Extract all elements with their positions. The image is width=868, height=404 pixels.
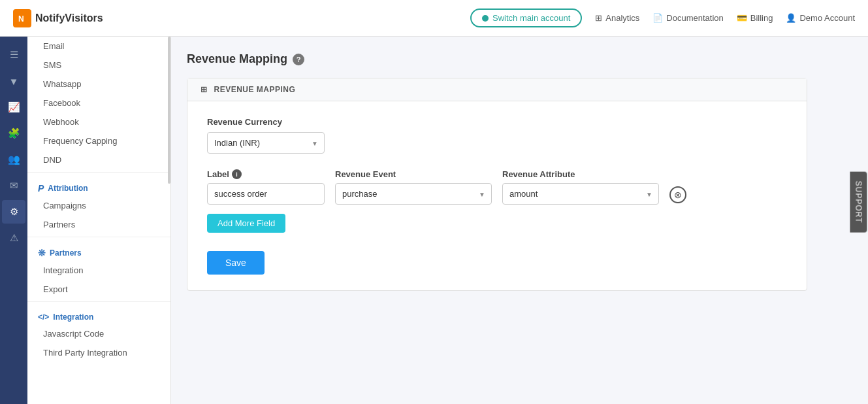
attribution-label: Attribution (48, 184, 88, 193)
sidebar-item-frequency-capping[interactable]: Frequency Capping (27, 131, 170, 150)
sidebar-item-dnd[interactable]: DND (27, 150, 170, 169)
demo-account-link[interactable]: 👤 Demo Account (786, 13, 855, 23)
sidebar-section-attribution: P Attribution (27, 175, 170, 196)
sidebar-icon-menu[interactable]: ☰ (2, 43, 25, 67)
sidebar-item-javascript-code[interactable]: Javascript Code (27, 324, 170, 343)
sidebar-item-facebook[interactable]: Facebook (27, 93, 170, 112)
label-group: Label i (207, 169, 325, 205)
currency-label: Revenue Currency (207, 117, 787, 127)
revenue-attribute-group: Revenue Attribute amount price total ▼ (502, 169, 659, 205)
sidebar-section-partners: ❊ Partners (27, 240, 170, 261)
status-dot (482, 15, 489, 22)
sidebar-icon-settings[interactable]: ⚙ (2, 200, 25, 224)
card-header-grid-icon: ⊞ (201, 85, 208, 94)
sidebar-item-email[interactable]: Email (27, 37, 170, 56)
revenue-event-label: Revenue Event (335, 169, 492, 179)
sidebar-section-integration: </> Integration (27, 305, 170, 324)
add-more-field-button[interactable]: Add More Field (207, 214, 285, 233)
sidebar-icon-chart[interactable]: 📈 (2, 95, 25, 119)
billing-link[interactable]: 💳 Billing (737, 13, 773, 23)
revenue-attribute-label: Revenue Attribute (502, 169, 659, 179)
switch-account-button[interactable]: Switch main account (470, 8, 582, 27)
page-title-text: Revenue Mapping (187, 52, 287, 66)
switch-account-label: Switch main account (492, 13, 570, 23)
mapping-row: Label i Revenue Event purchase order_com… (207, 169, 787, 205)
sidebar-icon-filter[interactable]: ▼ (2, 69, 25, 93)
navbar: N NotifyVisitors Switch main account ⊞ A… (0, 0, 868, 37)
currency-select[interactable]: Indian (INR) USD EUR GBP (207, 132, 325, 154)
sidebar-item-third-party-integration[interactable]: Third Party Integration (27, 343, 170, 362)
revenue-event-select[interactable]: purchase order_complete checkout (335, 183, 492, 205)
integration-label: Integration (53, 312, 93, 322)
revenue-attribute-select-wrapper: amount price total ▼ (502, 183, 659, 205)
revenue-event-group: Revenue Event purchase order_complete ch… (335, 169, 492, 205)
save-button[interactable]: Save (207, 251, 265, 275)
navbar-right: Switch main account ⊞ Analytics 📄 Docume… (470, 8, 855, 27)
help-icon[interactable]: ? (293, 54, 304, 65)
sidebar-item-whatsapp[interactable]: Whatsapp (27, 75, 170, 93)
card-header: ⊞ REVENUE MAPPING (187, 78, 807, 101)
support-tab[interactable]: SUPPORT (850, 172, 867, 233)
currency-select-wrapper: Indian (INR) USD EUR GBP ▼ (207, 132, 325, 154)
brand-logo: N NotifyVisitors (13, 9, 103, 27)
revenue-mapping-card: ⊞ REVENUE MAPPING Revenue Currency India… (187, 78, 807, 291)
sidebar-icon-puzzle[interactable]: 🧩 (2, 122, 25, 145)
documentation-link[interactable]: 📄 Documentation (652, 13, 723, 23)
sidebar-item-partners-sub[interactable]: Partners (27, 215, 170, 234)
sidebar-item-sms[interactable]: SMS (27, 56, 170, 75)
revenue-event-select-wrapper: purchase order_complete checkout ▼ (335, 183, 492, 205)
partners-label: Partners (50, 248, 82, 258)
billing-icon: 💳 (737, 13, 747, 23)
sidebar-item-integration-sub[interactable]: Integration (27, 261, 170, 280)
currency-section: Revenue Currency Indian (INR) USD EUR GB… (207, 117, 787, 154)
card-header-title: REVENUE MAPPING (214, 85, 296, 94)
svg-text:N: N (18, 14, 24, 24)
label-input[interactable] (207, 183, 325, 205)
grid-icon: ⊞ (595, 13, 602, 23)
sidebar-item-campaigns[interactable]: Campaigns (27, 196, 170, 215)
doc-icon: 📄 (652, 13, 663, 23)
sidebar-icon-users[interactable]: 👥 (2, 148, 25, 171)
attribution-icon: P (38, 183, 44, 194)
analytics-link[interactable]: ⊞ Analytics (595, 13, 639, 23)
main-content: Revenue Mapping ? ⊞ REVENUE MAPPING Reve… (171, 37, 868, 404)
code-icon: </> (38, 312, 49, 322)
label-field-label: Label i (207, 169, 325, 179)
revenue-attribute-select[interactable]: amount price total (502, 183, 659, 205)
partners-icon: ❊ (38, 248, 46, 258)
sidebar-icon-alert[interactable]: ⚠ (2, 226, 25, 250)
card-body: Revenue Currency Indian (INR) USD EUR GB… (187, 101, 807, 290)
sidebar-icon-send[interactable]: ✉ (2, 174, 25, 197)
layout: ☰ ▼ 📈 🧩 👥 ✉ ⚙ ⚠ Email SMS Whatsapp Faceb… (0, 37, 868, 404)
sidebar-item-export[interactable]: Export (27, 280, 170, 299)
menu-sidebar: Email SMS Whatsapp Facebook Webhook Freq… (27, 37, 171, 404)
brand-name: NotifyVisitors (35, 12, 103, 24)
user-icon: 👤 (786, 13, 796, 23)
page-title: Revenue Mapping ? (187, 52, 852, 66)
brand-icon: N (13, 9, 31, 27)
sidebar-item-webhook[interactable]: Webhook (27, 112, 170, 131)
label-info-icon[interactable]: i (232, 169, 242, 179)
icon-sidebar: ☰ ▼ 📈 🧩 👥 ✉ ⚙ ⚠ (0, 37, 27, 404)
remove-row-button[interactable]: ⊗ (669, 186, 686, 203)
